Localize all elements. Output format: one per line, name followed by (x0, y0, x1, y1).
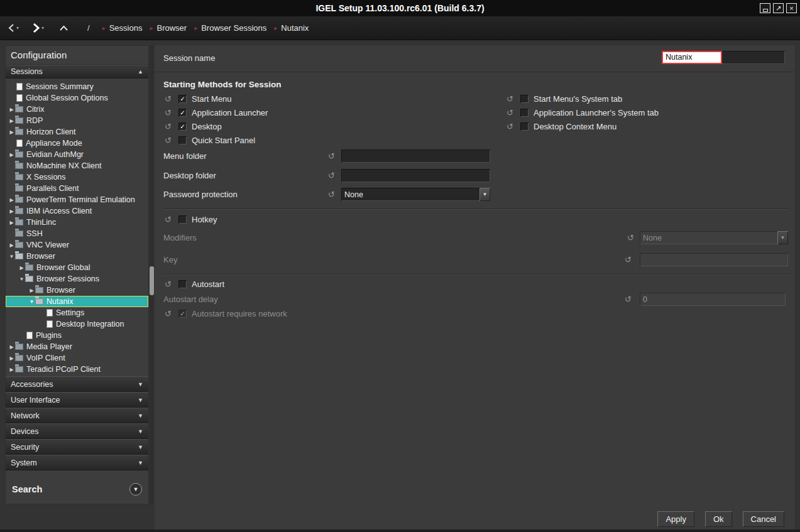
expand-arrow-icon[interactable]: ▶ (28, 288, 35, 293)
tree-item-thinlinc[interactable]: ▶ThinLinc (6, 217, 148, 228)
checkbox[interactable]: ✓ (178, 122, 187, 131)
session-name-value[interactable]: Nutanix (662, 51, 722, 64)
reset-icon[interactable]: ↺ (328, 171, 335, 180)
tree-item-parallels-client[interactable]: Parallels Client (6, 183, 148, 194)
search-expand-button[interactable]: ▼ (129, 483, 142, 496)
expand-arrow-icon[interactable]: ▶ (8, 344, 15, 350)
up-button[interactable] (59, 24, 68, 31)
reset-icon[interactable]: ↺ (507, 122, 517, 131)
tree-item-powerterm-terminal-emulation[interactable]: ▶PowerTerm Terminal Emulation (6, 194, 148, 205)
reset-icon[interactable]: ↺ (165, 309, 175, 318)
expand-arrow-icon[interactable]: ▶ (8, 242, 15, 248)
expand-arrow-icon[interactable]: ▶ (8, 152, 15, 158)
tree-item-browser-sessions[interactable]: ▼Browser Sessions (6, 273, 148, 285)
checkbox[interactable] (178, 215, 187, 224)
reset-icon[interactable]: ↺ (627, 233, 634, 242)
expand-arrow-icon[interactable]: ▶ (8, 107, 15, 112)
document-icon (16, 139, 23, 147)
checkbox[interactable] (520, 95, 529, 103)
tree-item-sessions-summary[interactable]: Sessions Summary (6, 81, 148, 92)
section-header-sessions[interactable]: Sessions ▲ (6, 65, 148, 79)
tree-item-browser[interactable]: ▶Browser (6, 285, 148, 296)
checkbox[interactable]: ✓ (178, 95, 187, 103)
collapse-arrow-icon[interactable]: ▼ (28, 299, 35, 305)
section-header-user-interface[interactable]: User Interface▼ (6, 392, 148, 408)
apply-button[interactable]: Apply (657, 511, 694, 527)
maximize-button[interactable]: ↗ (773, 3, 784, 13)
collapse-arrow-icon[interactable]: ▼ (18, 276, 25, 282)
tree-item-voip-client[interactable]: ▶VoIP Client (6, 352, 148, 364)
desktop-folder-input[interactable] (341, 169, 490, 182)
expand-arrow-icon[interactable]: ▶ (8, 220, 15, 225)
section-header-security[interactable]: Security▼ (6, 439, 148, 455)
ok-button[interactable]: Ok (705, 511, 732, 527)
cancel-button[interactable]: Cancel (743, 511, 784, 527)
forward-button[interactable] (31, 23, 40, 33)
dropdown-arrow-icon[interactable]: ▼ (479, 188, 490, 201)
tree-item-ssh[interactable]: SSH (6, 228, 148, 239)
password-protection-select[interactable]: None ▼ (341, 188, 490, 201)
tree-item-nomachine-nx-client[interactable]: NoMachine NX Client (6, 160, 148, 171)
tree-item-global-session-options[interactable]: Global Session Options (6, 92, 148, 104)
breadcrumb-root[interactable]: / (87, 23, 90, 33)
breadcrumb-item-browser-sessions[interactable]: ▸Browser Sessions (194, 23, 266, 33)
tree-item-teradici-pcoip-client[interactable]: ▶Teradici PCoIP Client (6, 364, 148, 375)
sidebar-scrollbar[interactable] (150, 45, 154, 504)
tree-item-plugins[interactable]: Plugins (6, 330, 148, 341)
tree-item-evidian-authmgr[interactable]: ▶Evidian AuthMgr (6, 149, 148, 160)
reset-icon[interactable]: ↺ (165, 122, 175, 131)
session-name-input[interactable]: Nutanix (662, 51, 785, 64)
expand-arrow-icon[interactable]: ▶ (18, 265, 25, 271)
tree-item-appliance-mode[interactable]: Appliance Mode (6, 138, 148, 149)
expand-arrow-icon[interactable]: ▶ (8, 367, 15, 372)
reset-icon[interactable]: ↺ (165, 280, 175, 289)
section-header-accessories[interactable]: Accessories▼ (6, 376, 148, 392)
reset-icon[interactable]: ↺ (165, 94, 175, 104)
back-button[interactable] (8, 23, 15, 33)
reset-icon[interactable]: ↺ (165, 108, 175, 117)
breadcrumb-item-sessions[interactable]: ▸Sessions (102, 23, 143, 33)
section-header-network[interactable]: Network▼ (6, 408, 148, 423)
tree-item-horizon-client[interactable]: ▶Horizon Client (6, 126, 148, 138)
reset-icon[interactable]: ↺ (165, 215, 175, 224)
tree-item-media-player[interactable]: ▶Media Player (6, 341, 148, 352)
tree-item-ibm-iaccess-client[interactable]: ▶IBM iAccess Client (6, 205, 148, 217)
section-header-system[interactable]: System▼ (6, 455, 148, 470)
reset-icon[interactable]: ↺ (625, 255, 632, 264)
tree-item-citrix[interactable]: ▶Citrix (6, 104, 148, 115)
forward-history-caret-icon[interactable]: ▾ (41, 25, 44, 31)
tree-item-settings[interactable]: Settings (6, 307, 148, 318)
breadcrumb-item-nutanix[interactable]: ▸Nutanix (274, 23, 309, 33)
expand-arrow-icon[interactable]: ▶ (8, 209, 15, 214)
tree-item-desktop-integration[interactable]: Desktop Integration (6, 318, 148, 330)
close-button[interactable]: × (786, 3, 797, 13)
tree-item-browser-global[interactable]: ▶Browser Global (6, 262, 148, 273)
reset-icon[interactable]: ↺ (625, 295, 632, 304)
back-history-caret-icon[interactable]: ▾ (16, 25, 19, 31)
expand-arrow-icon[interactable]: ▶ (8, 197, 15, 203)
collapse-arrow-icon[interactable]: ▼ (8, 254, 15, 259)
reset-icon[interactable]: ↺ (328, 190, 335, 199)
checkbox[interactable] (520, 109, 529, 117)
minimize-button[interactable] (760, 3, 770, 13)
reset-icon[interactable]: ↺ (507, 94, 517, 104)
section-header-devices[interactable]: Devices▼ (6, 423, 148, 439)
tree-item-x-sessions[interactable]: X Sessions (6, 171, 148, 183)
checkbox[interactable] (178, 136, 187, 144)
checkbox[interactable] (178, 280, 187, 288)
expand-arrow-icon[interactable]: ▶ (8, 356, 15, 361)
tree-item-browser[interactable]: ▼Browser (6, 251, 148, 262)
tree-item-vnc-viewer[interactable]: ▶VNC Viewer (6, 239, 148, 251)
tree-item-rdp[interactable]: ▶RDP (6, 115, 148, 126)
scrollbar-thumb[interactable] (150, 266, 154, 295)
menu-folder-input[interactable] (341, 149, 490, 163)
expand-arrow-icon[interactable]: ▶ (8, 129, 15, 135)
reset-icon[interactable]: ↺ (328, 151, 335, 161)
breadcrumb-item-browser[interactable]: ▸Browser (150, 23, 187, 33)
expand-arrow-icon[interactable]: ▶ (8, 118, 15, 124)
reset-icon[interactable]: ↺ (165, 136, 175, 145)
checkbox[interactable] (520, 122, 529, 131)
tree-item-nutanix[interactable]: ▼Nutanix (6, 296, 148, 307)
checkbox[interactable]: ✓ (178, 109, 187, 117)
reset-icon[interactable]: ↺ (507, 108, 517, 117)
